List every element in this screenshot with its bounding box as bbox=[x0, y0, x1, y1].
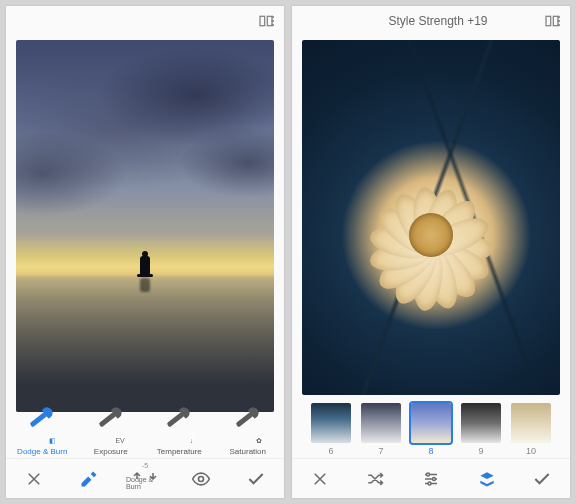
value-stepper[interactable]: -5 Dodge & Burn bbox=[126, 464, 164, 494]
tool-exposure[interactable]: EV Exposure bbox=[81, 420, 141, 456]
brush-mode-button[interactable] bbox=[70, 464, 108, 494]
brush-icon bbox=[79, 469, 99, 489]
walking-figure-silhouette bbox=[140, 256, 150, 276]
compare-icon[interactable] bbox=[258, 13, 274, 29]
apply-button[interactable] bbox=[523, 464, 561, 494]
filter-label: 6 bbox=[328, 446, 333, 456]
tool-dodge-burn[interactable]: ◧ Dodge & Burn bbox=[12, 420, 72, 456]
filter-6[interactable]: 6 bbox=[311, 403, 351, 456]
svg-rect-7 bbox=[553, 16, 558, 25]
tool-label: Dodge & Burn bbox=[17, 447, 67, 456]
bottom-bar-right bbox=[292, 458, 570, 498]
filter-label: 7 bbox=[378, 446, 383, 456]
adjust-button[interactable] bbox=[412, 464, 450, 494]
topbar-right: Style Strength +19 bbox=[292, 6, 570, 36]
filter-label: 8 bbox=[428, 446, 433, 456]
check-icon bbox=[532, 469, 552, 489]
cancel-button[interactable] bbox=[15, 464, 53, 494]
brush-icon bbox=[98, 411, 117, 427]
tool-temperature[interactable]: ↓ Temperature bbox=[149, 420, 209, 456]
svg-point-10 bbox=[558, 24, 559, 25]
badge-sat: ✿ bbox=[256, 437, 262, 444]
close-icon bbox=[311, 470, 329, 488]
stack-icon bbox=[477, 469, 497, 489]
sliders-icon bbox=[422, 470, 440, 488]
tool-label: Saturation bbox=[230, 447, 266, 456]
flower-center bbox=[409, 213, 453, 257]
svg-point-8 bbox=[558, 16, 559, 17]
badge-temp: ↓ bbox=[190, 437, 194, 444]
canvas-left[interactable] bbox=[6, 36, 284, 414]
styles-button[interactable] bbox=[468, 464, 506, 494]
bottom-bar-left: -5 Dodge & Burn bbox=[6, 458, 284, 498]
editor-panel-selective-brush: ◧ Dodge & Burn EV Exposure ↓ Temperature… bbox=[6, 6, 284, 498]
tool-saturation[interactable]: ✿ Saturation bbox=[218, 420, 278, 456]
svg-point-5 bbox=[198, 476, 203, 481]
close-icon bbox=[25, 470, 43, 488]
edited-photo-flower bbox=[302, 40, 560, 395]
shuffle-icon bbox=[366, 470, 384, 488]
svg-rect-1 bbox=[267, 16, 272, 25]
svg-point-13 bbox=[428, 482, 431, 485]
apply-button[interactable] bbox=[237, 464, 275, 494]
brush-icon bbox=[235, 411, 254, 427]
filter-label: 9 bbox=[478, 446, 483, 456]
brush-tool-strip: ◧ Dodge & Burn EV Exposure ↓ Temperature… bbox=[6, 414, 284, 458]
tool-label: Exposure bbox=[94, 447, 128, 456]
brush-icon bbox=[30, 411, 49, 427]
svg-point-9 bbox=[558, 20, 559, 21]
filter-thumbnails: 6 7 8 9 10 bbox=[292, 397, 570, 458]
svg-point-11 bbox=[426, 473, 429, 476]
editor-panel-filter: Style Strength +19 bbox=[292, 6, 570, 498]
edited-photo-sunset bbox=[16, 40, 274, 412]
svg-rect-0 bbox=[260, 16, 265, 25]
topbar-left bbox=[6, 6, 284, 36]
eye-icon bbox=[191, 469, 211, 489]
compare-icon[interactable] bbox=[544, 13, 560, 29]
topbar-title-right: Style Strength +19 bbox=[332, 14, 544, 28]
filter-label: 10 bbox=[526, 446, 536, 456]
check-icon bbox=[246, 469, 266, 489]
filter-10[interactable]: 10 bbox=[511, 403, 551, 456]
filter-7[interactable]: 7 bbox=[361, 403, 401, 456]
svg-rect-6 bbox=[546, 16, 551, 25]
value-top: -5 bbox=[142, 462, 148, 469]
badge-dodgeburn: ◧ bbox=[49, 437, 56, 444]
svg-point-12 bbox=[432, 477, 435, 480]
tool-label: Temperature bbox=[157, 447, 202, 456]
badge-ev: EV bbox=[115, 437, 124, 444]
svg-point-2 bbox=[272, 16, 273, 17]
shuffle-button[interactable] bbox=[356, 464, 394, 494]
brush-icon bbox=[167, 411, 186, 427]
canvas-right[interactable] bbox=[292, 36, 570, 397]
svg-point-4 bbox=[272, 24, 273, 25]
filter-8[interactable]: 8 bbox=[411, 403, 451, 456]
visibility-button[interactable] bbox=[182, 464, 220, 494]
svg-point-3 bbox=[272, 20, 273, 21]
filter-9[interactable]: 9 bbox=[461, 403, 501, 456]
cancel-button[interactable] bbox=[301, 464, 339, 494]
